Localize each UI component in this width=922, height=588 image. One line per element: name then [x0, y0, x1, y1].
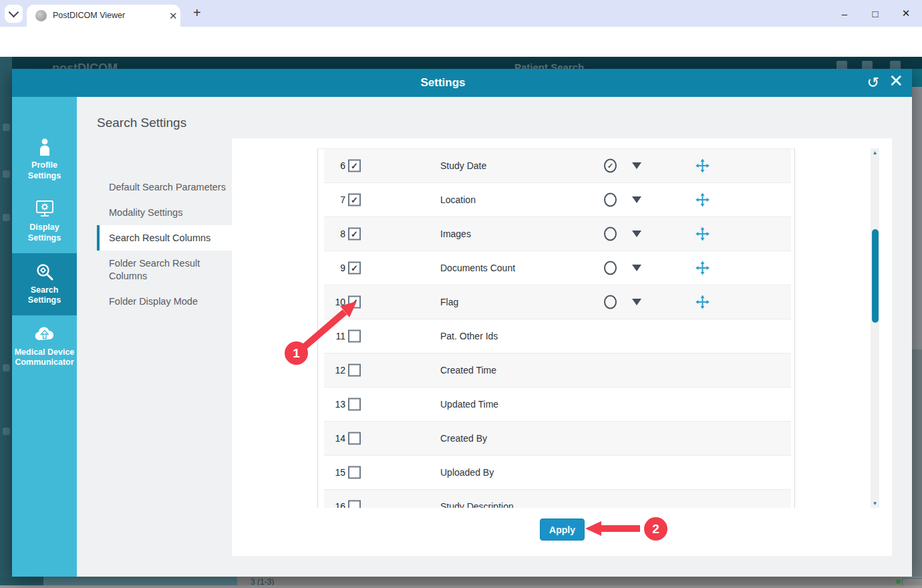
window-close-button[interactable]: ✕	[891, 0, 921, 27]
column-label: Documents Count	[440, 263, 515, 273]
app-sidebar-dimmed	[0, 57, 12, 588]
sort-radio[interactable]	[604, 261, 617, 275]
submenu-item-modality-settings[interactable]: Modality Settings	[97, 200, 229, 225]
sort-direction-dropdown-icon[interactable]	[632, 162, 641, 169]
apply-button[interactable]: Apply	[540, 519, 585, 541]
browser-tab[interactable]: PostDICOM Viewer ✕	[27, 5, 180, 27]
content-panel: 6 ✓ Study Date ✓ 7 ✓ Location 8 ✓ Images…	[232, 138, 892, 556]
table-row: 11 Pat. Other Ids	[324, 319, 791, 353]
app-header-dimmed: postDICOM Patient Search	[0, 57, 922, 69]
column-checkbox[interactable]	[348, 466, 361, 479]
app-logo: postDICOM	[52, 61, 118, 69]
column-checkbox[interactable]	[348, 500, 361, 508]
settings-modal-header: Settings ↺ ✕	[12, 69, 912, 97]
profile-icon	[14, 137, 75, 158]
refresh-icon[interactable]: ↺	[867, 74, 879, 92]
tab-close-icon[interactable]: ✕	[165, 9, 182, 23]
move-row-icon[interactable]	[696, 295, 710, 309]
annotation-badge-2: 2	[644, 517, 667, 541]
column-checkbox[interactable]: ✓	[348, 228, 361, 241]
row-number: 13	[328, 399, 345, 410]
row-number: 10	[328, 297, 345, 307]
sidebar-item-profile-settings[interactable]: Profile Settings	[12, 128, 77, 190]
column-checkbox[interactable]: ✓	[348, 296, 361, 309]
tab-favicon	[35, 10, 47, 21]
table-scrollbar[interactable]: ▲ ▼	[871, 148, 879, 508]
search-gear-icon	[14, 262, 75, 283]
chevron-down-icon	[9, 7, 19, 18]
row-number: 12	[328, 365, 345, 376]
row-number: 11	[328, 331, 345, 341]
app-page-title: Patient Search	[514, 61, 584, 69]
submenu-item-folder-display-mode[interactable]: Folder Display Mode	[97, 289, 229, 314]
row-number: 9	[328, 263, 345, 273]
column-checkbox[interactable]: ✓	[348, 262, 361, 275]
move-row-icon[interactable]	[696, 227, 710, 241]
submenu-item-search-result-columns[interactable]: Search Result Columns	[97, 225, 232, 251]
sort-direction-dropdown-icon[interactable]	[632, 265, 641, 271]
table-row: 14 Created By	[324, 422, 791, 456]
sort-radio[interactable]	[604, 227, 617, 241]
column-label: Uploaded By	[440, 467, 494, 478]
cloud-upload-icon	[14, 324, 75, 345]
column-label: Updated Time	[440, 399, 498, 410]
app-header-icon	[890, 61, 901, 69]
sort-radio[interactable]	[604, 295, 617, 309]
row-number: 7	[328, 194, 345, 205]
move-row-icon[interactable]	[696, 193, 710, 207]
row-number: 14	[328, 433, 345, 444]
table-row: 9 ✓ Documents Count	[324, 251, 791, 285]
app-header-icon	[862, 61, 873, 69]
row-number: 8	[328, 229, 345, 239]
window-minimize-button[interactable]: –	[830, 0, 859, 27]
app-footer-status-dot	[896, 579, 901, 584]
sort-radio[interactable]: ✓	[604, 159, 617, 173]
columns-table: 6 ✓ Study Date ✓ 7 ✓ Location 8 ✓ Images…	[317, 148, 795, 508]
table-row: 12 Created Time	[324, 353, 791, 388]
column-checkbox[interactable]	[348, 398, 361, 411]
screen: PostDICOM Viewer ✕ + – □ ✕ ← → ↻ germany…	[0, 0, 922, 588]
app-right-edge-dimmed	[912, 69, 922, 588]
column-label: Study Description	[440, 501, 514, 508]
column-checkbox[interactable]: ✓	[348, 194, 361, 206]
column-checkbox[interactable]	[348, 432, 361, 445]
settings-title: Settings	[12, 69, 874, 97]
row-number: 15	[328, 467, 345, 478]
scroll-up-icon[interactable]: ▲	[871, 150, 879, 156]
tab-search-button[interactable]	[5, 5, 23, 23]
sort-direction-dropdown-icon[interactable]	[632, 231, 641, 237]
settings-sidebar: Profile Settings Display Settings Search…	[12, 97, 77, 577]
table-row: 10 ✓ Flag	[324, 285, 791, 319]
move-row-icon[interactable]	[696, 159, 710, 173]
table-row: 6 ✓ Study Date ✓	[324, 149, 791, 183]
column-checkbox[interactable]: ✓	[348, 160, 361, 172]
display-icon	[14, 199, 75, 220]
move-row-icon[interactable]	[696, 261, 710, 275]
window-maximize-button[interactable]: □	[861, 0, 890, 27]
sort-direction-dropdown-icon[interactable]	[632, 196, 641, 203]
close-icon[interactable]: ✕	[889, 71, 903, 92]
app-header-icon	[836, 61, 847, 69]
sort-direction-dropdown-icon[interactable]	[632, 299, 641, 305]
column-label: Study Date	[440, 160, 486, 171]
column-checkbox[interactable]	[348, 330, 361, 343]
scrollbar-thumb[interactable]	[872, 229, 879, 323]
column-checkbox[interactable]	[348, 364, 361, 377]
sidebar-item-medical-device-communicator[interactable]: Medical Device Communicator	[12, 315, 77, 378]
table-row: 7 ✓ Location	[324, 183, 791, 217]
column-label: Pat. Other Ids	[440, 331, 498, 341]
tab-title: PostDICOM Viewer	[53, 11, 125, 20]
submenu-item-folder-search-result-columns[interactable]: Folder Search Result Columns	[97, 251, 229, 288]
settings-submenu: Default Search Parameters Modality Setti…	[97, 174, 232, 314]
sidebar-item-display-settings[interactable]: Display Settings	[12, 190, 77, 253]
row-number: 6	[328, 160, 345, 171]
sidebar-item-search-settings[interactable]: Search Settings	[12, 253, 77, 315]
table-row: 16 Study Description	[324, 490, 791, 508]
table-row: 13 Updated Time	[324, 388, 791, 422]
table-row: 15 Uploaded By	[324, 456, 791, 490]
scroll-down-icon[interactable]: ▼	[871, 500, 879, 506]
submenu-item-default-search-parameters[interactable]: Default Search Parameters	[97, 174, 229, 200]
sort-radio[interactable]	[604, 193, 617, 207]
taskbar-edge	[0, 585, 922, 588]
new-tab-button[interactable]: +	[189, 4, 205, 22]
